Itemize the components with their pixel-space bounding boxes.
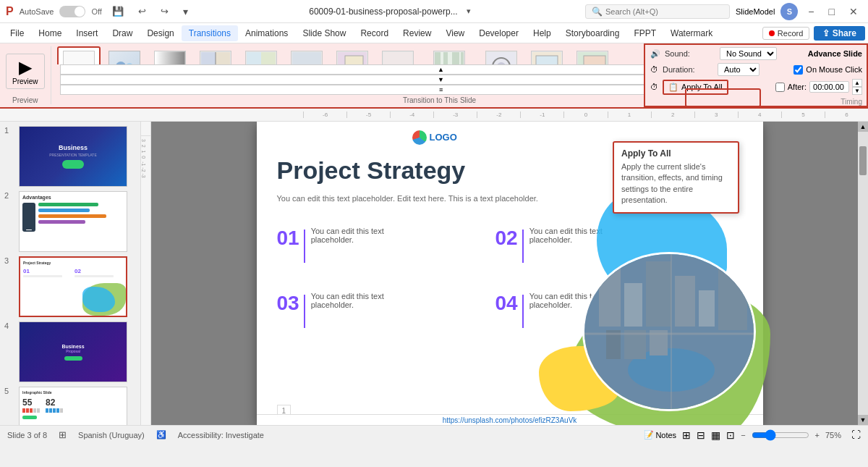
aerial-photo [582, 252, 756, 411]
menu-home[interactable]: Home [31, 25, 69, 41]
slide-thumbnail-3[interactable]: Project Strategy 01 02 [19, 256, 127, 317]
menu-watermark[interactable]: Watermark [663, 25, 720, 41]
notes-button[interactable]: 📝 Notes [644, 430, 676, 439]
slide-size-icon: ⊞ [59, 429, 67, 440]
s5-title: Infographic Slide [22, 390, 124, 395]
transition-shape[interactable]: Shape [480, 46, 523, 64]
share-button[interactable]: ⇪ Share [814, 26, 865, 41]
toolbar-save-icon[interactable]: 💾 [108, 4, 128, 18]
autosave-toggle[interactable] [59, 6, 85, 17]
after-increment-button[interactable]: ▲ [852, 79, 862, 87]
svg-rect-18 [461, 52, 464, 64]
s3-line1 [23, 275, 62, 277]
transition-morph[interactable]: Morph [103, 46, 146, 64]
after-time-input[interactable] [809, 81, 849, 93]
search-input[interactable] [605, 7, 707, 16]
s3-grid: 01 02 [23, 268, 123, 277]
slide-number-4: 4 [4, 321, 14, 330]
view-slide-sorter-button[interactable]: ⊟ [697, 429, 705, 441]
menu-review[interactable]: Review [396, 25, 438, 41]
view-presenter-button[interactable]: ⊡ [726, 429, 735, 441]
document-menu-icon[interactable]: ▾ [462, 5, 475, 17]
minimize-button[interactable]: − [804, 4, 818, 19]
slide-3-preview: Project Strategy 01 02 [20, 258, 126, 316]
apply-to-all-button[interactable]: 📋 Apply To All [663, 80, 728, 95]
slide-item-1[interactable]: 1 Business PRESENTATION TEMPLATE [4, 126, 136, 187]
menu-help[interactable]: Help [526, 25, 558, 41]
avatar[interactable]: S [780, 3, 798, 20]
menu-slideshow[interactable]: Slide Show [295, 25, 353, 41]
menu-animations[interactable]: Animations [238, 25, 295, 41]
menu-file[interactable]: File [3, 25, 31, 41]
scroll-down-canvas-button[interactable]: ▼ [858, 415, 868, 425]
menu-transitions[interactable]: Transitions [182, 25, 238, 41]
toolbar-undo-icon[interactable]: ↩ [134, 4, 150, 18]
sound-select[interactable]: No Sound [720, 47, 777, 60]
menu-draw[interactable]: Draw [105, 25, 140, 41]
slide-thumbnail-1[interactable]: Business PRESENTATION TEMPLATE [19, 126, 127, 187]
s2-title: Advantages [22, 195, 124, 200]
view-normal-button[interactable]: ⊞ [682, 429, 691, 441]
slide-item-5[interactable]: 5 Infographic Slide 55 [4, 387, 136, 425]
close-button[interactable]: ✕ [845, 4, 862, 19]
slide-item-3[interactable]: 3 Project Strategy 01 02 [4, 256, 136, 317]
slide-item-2[interactable]: 2 Advantages [4, 191, 136, 252]
apply-all-row: ⏱ 📋 Apply To All After: ▲ ▼ [650, 79, 862, 95]
transition-push[interactable]: Push [194, 46, 237, 64]
s2-phone [22, 203, 35, 232]
ruler-tick: 2 [651, 112, 694, 118]
transition-wipe[interactable]: Wipe [239, 46, 283, 64]
record-button[interactable]: Record [762, 27, 809, 40]
zoom-plus-icon: + [815, 431, 820, 439]
vertical-ruler: 3 2 1 0 -1 -2 -3 [141, 122, 151, 425]
canvas-scrollbar[interactable]: ▲ ▼ [858, 122, 868, 425]
uncover-icon [531, 51, 563, 64]
zoom-slider[interactable] [752, 429, 809, 441]
menu-insert[interactable]: Insert [69, 25, 105, 41]
transition-reveal[interactable]: Reveal [331, 46, 374, 64]
logo-text: LOGO [430, 132, 457, 143]
slide-info: Slide 3 of 8 [7, 431, 47, 439]
menu-view[interactable]: View [438, 25, 472, 41]
duration-select[interactable]: Auto 01.00 02.00 [718, 63, 760, 76]
preview-button[interactable]: ▶ Preview [6, 54, 45, 89]
menu-storyboarding[interactable]: Storyboarding [558, 25, 627, 41]
transition-cover[interactable]: Cover [571, 46, 614, 64]
after-decrement-button[interactable]: ▼ [852, 87, 862, 95]
after-checkbox[interactable] [775, 83, 785, 92]
slide-item-4[interactable]: 4 Business Proposal [4, 321, 136, 382]
accessibility-icon: ♿ [156, 430, 166, 439]
transition-split[interactable]: Split [285, 46, 328, 64]
slide-thumbnail-5[interactable]: Infographic Slide 55 [19, 387, 127, 425]
canvas-area[interactable]: LOGO Project Strategy You can edit this … [151, 122, 868, 425]
item-line1-02: You can edit this text [529, 227, 603, 235]
transition-fade[interactable]: Fade [148, 46, 192, 64]
s4-title: Business [61, 344, 84, 349]
menu-fppt[interactable]: FPPT [626, 25, 663, 41]
vr-spacer [141, 122, 150, 136]
s3-num01: 01 [23, 268, 72, 274]
menu-developer[interactable]: Developer [472, 25, 526, 41]
svg-rect-4 [216, 52, 230, 64]
toolbar-more-icon[interactable]: ▾ [179, 4, 192, 19]
slide-thumbnail-2[interactable]: Advantages [19, 191, 127, 252]
toolbar-redo-icon[interactable]: ↪ [156, 4, 173, 18]
transition-cut[interactable]: Cut [376, 46, 420, 64]
transition-random-bars[interactable]: Random Bars [422, 46, 477, 64]
slide-thumbnail-4[interactable]: Business Proposal [19, 321, 127, 382]
view-reading-button[interactable]: ▦ [711, 429, 720, 441]
menu-record[interactable]: Record [353, 25, 396, 41]
s3-title: Project Strategy [23, 261, 123, 265]
fit-slide-button[interactable]: ⛶ [851, 429, 861, 440]
preview-group: ▶ Preview Preview [6, 46, 51, 104]
ruler: -6 -5 -4 -3 -2 -1 0 1 2 3 4 5 6 [0, 109, 868, 122]
on-mouse-click-checkbox[interactable] [793, 65, 803, 75]
maximize-button[interactable]: □ [825, 4, 839, 19]
search-box[interactable]: 🔍 [585, 4, 730, 19]
scroll-up-canvas-button[interactable]: ▲ [858, 122, 868, 132]
status-right: 📝 Notes ⊞ ⊟ ▦ ⊡ − + 75% ⛶ [644, 429, 861, 441]
transition-none[interactable]: None [57, 46, 101, 64]
preview-group-label: Preview [12, 96, 38, 104]
menu-design[interactable]: Design [140, 25, 181, 41]
transition-uncover[interactable]: Uncover [525, 46, 569, 64]
